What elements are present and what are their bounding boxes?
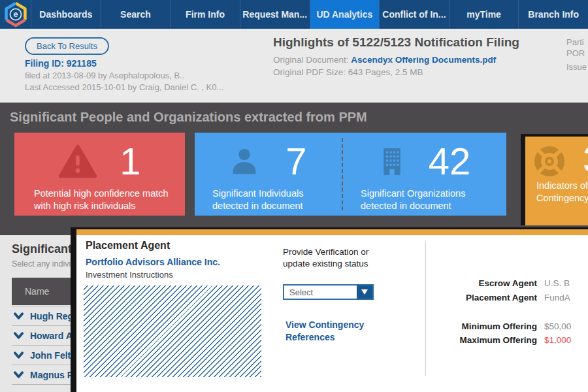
verification-prompt: Provide Verification or update existing … bbox=[283, 246, 389, 270]
right-label-fragment: Parti bbox=[566, 37, 584, 47]
chevron-down-icon[interactable] bbox=[14, 332, 24, 339]
status-select[interactable]: Select bbox=[283, 284, 374, 300]
detail-value-alert: $1,000 bbox=[544, 335, 571, 345]
filing-header: Back To Results Filing ID: 921185 filed … bbox=[0, 29, 588, 103]
top-navbar: e Dashboards Search Firm Info Request Ma… bbox=[0, 0, 588, 29]
person-name: John Feltn bbox=[30, 350, 76, 361]
panel-subheading: Select any individ bbox=[12, 259, 75, 269]
section-label: Investment Instructions bbox=[86, 270, 173, 280]
detail-row: Maximum Offering $1,000 bbox=[406, 335, 588, 345]
select-arrow-button[interactable] bbox=[357, 286, 372, 299]
name-column-label: Name bbox=[25, 286, 49, 297]
company-name-link[interactable]: Portfolio Advisors Alliance Inc. bbox=[86, 257, 220, 267]
life-ring-icon bbox=[534, 146, 565, 177]
warning-triangle-icon bbox=[58, 144, 97, 179]
detail-row: Minimum Offering $50,00 bbox=[406, 321, 588, 331]
filing-id: Filing ID: 921185 bbox=[25, 58, 97, 69]
tab-conflict-of-interest[interactable]: Conflict of In... bbox=[380, 0, 449, 29]
person-icon bbox=[229, 146, 259, 176]
card-top: 42 bbox=[343, 137, 506, 186]
card-caption: Significant Individuals detected in docu… bbox=[212, 188, 342, 212]
app-screen: e Dashboards Search Firm Info Request Ma… bbox=[0, 0, 588, 392]
organizations-count: 42 bbox=[429, 142, 471, 180]
extraction-summary-band: Significant People and Organizations ext… bbox=[0, 103, 588, 235]
tab-label: Firm Info bbox=[186, 9, 225, 20]
significant-detected-card: 7 Significant Individuals detected in do… bbox=[195, 133, 506, 216]
tab-dashboards[interactable]: Dashboards bbox=[31, 0, 101, 29]
contingency-count: 3 bbox=[583, 138, 588, 180]
detail-label: Minimum Offering bbox=[406, 321, 537, 331]
modal-divider bbox=[425, 241, 426, 376]
back-to-results-button[interactable]: Back To Results bbox=[25, 37, 109, 55]
tab-label: myTime bbox=[466, 9, 501, 20]
modal-title: Placement Agent bbox=[86, 240, 170, 252]
tab-label: Dashboards bbox=[39, 9, 92, 20]
tab-label: Request Man... bbox=[242, 9, 307, 20]
redacted-instructions-placeholder bbox=[84, 286, 261, 377]
page-title: Highlights of 5122/5123 Notification Fil… bbox=[273, 35, 519, 50]
tab-mytime[interactable]: myTime bbox=[449, 0, 519, 29]
original-document-label: Original Document: bbox=[273, 55, 349, 65]
original-document-line: Original Document: Ascendyx Offering Doc… bbox=[273, 55, 496, 65]
hexagon-logo-icon: e bbox=[4, 1, 27, 27]
detail-label: Escrow Agent bbox=[406, 278, 537, 288]
chevron-down-icon[interactable] bbox=[14, 351, 24, 359]
detail-row: Placement Agent FundA bbox=[406, 293, 588, 302]
modal-accent-strip bbox=[76, 229, 588, 235]
tab-label: Branch Info bbox=[528, 9, 579, 20]
detail-value: U.S. B bbox=[544, 278, 570, 288]
tab-branch-info[interactable]: Branch Info bbox=[519, 0, 588, 29]
placement-agent-modal: Placement Agent Portfolio Advisors Allia… bbox=[71, 227, 588, 392]
band-title: Significant People and Organizations ext… bbox=[10, 110, 367, 125]
building-icon bbox=[379, 146, 405, 176]
tab-firm-info[interactable]: Firm Info bbox=[171, 0, 240, 29]
tab-label: UD Analytics bbox=[316, 9, 372, 20]
person-name: Howard Al bbox=[30, 331, 75, 341]
tab-request-management[interactable]: Request Man... bbox=[240, 0, 310, 29]
panel-heading: Significant bbox=[12, 242, 72, 256]
status-select-value: Select bbox=[284, 286, 357, 299]
card-caption: Indicators of Contingency bbox=[536, 180, 588, 204]
tab-label: Conflict of In... bbox=[382, 9, 446, 20]
detail-row: Escrow Agent U.S. B bbox=[406, 278, 588, 288]
high-risk-match-card[interactable]: 1 Potential high confidence match with h… bbox=[14, 133, 185, 216]
tab-search[interactable]: Search bbox=[101, 0, 171, 29]
detail-label: Placement Agent bbox=[406, 293, 537, 302]
tab-ud-analytics[interactable]: UD Analytics bbox=[310, 0, 380, 29]
logo-letter: e bbox=[13, 10, 18, 20]
tab-label: Search bbox=[120, 9, 151, 20]
significant-individuals-card[interactable]: 7 Significant Individuals detected in do… bbox=[195, 133, 342, 216]
contingency-indicators-card[interactable]: 3 Indicators of Contingency bbox=[521, 134, 588, 225]
card-caption: Significant Organizations detected in do… bbox=[361, 188, 506, 212]
caret-down-icon bbox=[361, 289, 368, 295]
app-logo[interactable]: e bbox=[0, 0, 31, 29]
significant-organizations-card[interactable]: 42 Significant Organizations detected in… bbox=[343, 133, 506, 216]
filed-at-line: filed at 2013-08-09 by Asephalopolous, B… bbox=[25, 71, 184, 80]
right-label-fragment: Issue bbox=[566, 62, 587, 72]
card-top: 7 bbox=[195, 137, 342, 186]
detail-value: $50,00 bbox=[544, 321, 571, 331]
original-document-link[interactable]: Ascendyx Offering Documents.pdf bbox=[351, 55, 496, 65]
card-caption: Potential high confidence match with hig… bbox=[34, 188, 185, 212]
detail-label: Maximum Offering bbox=[406, 335, 537, 345]
view-contingency-references-link[interactable]: View Contingency References bbox=[286, 319, 397, 344]
pdf-size-line: Original PDF Size: 643 Pages, 2.5 MB bbox=[273, 67, 423, 77]
detail-value: FundA bbox=[544, 293, 570, 302]
individuals-count: 7 bbox=[286, 142, 306, 180]
last-accessed-line: Last Accessed 2015-10-01 by Craig, Danie… bbox=[25, 82, 223, 92]
high-risk-count: 1 bbox=[120, 142, 140, 180]
chevron-down-icon[interactable] bbox=[14, 371, 24, 378]
card-top: 1 bbox=[14, 137, 185, 186]
chevron-down-icon[interactable] bbox=[14, 312, 24, 319]
right-label-fragment: POR bbox=[566, 48, 585, 58]
